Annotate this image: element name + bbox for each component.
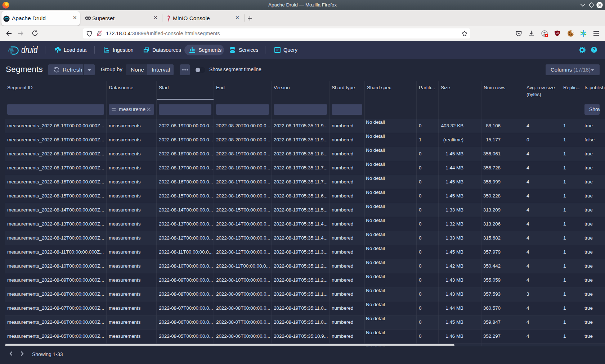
svg-text:UO: UO: [556, 32, 559, 34]
svg-text:?: ?: [593, 47, 595, 53]
